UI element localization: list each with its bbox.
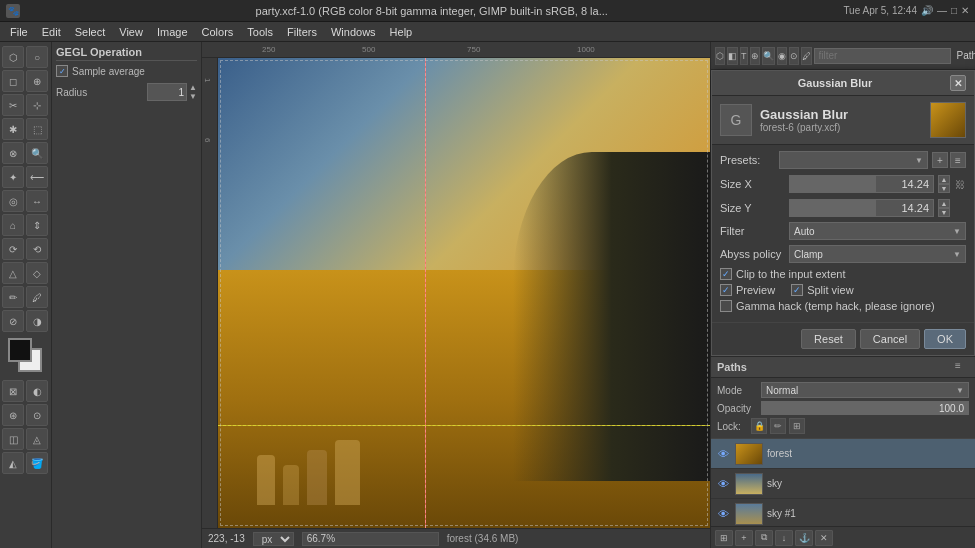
canvas-content[interactable] xyxy=(218,58,710,528)
maximize-btn[interactable]: □ xyxy=(951,5,957,16)
ok-button[interactable]: OK xyxy=(924,329,966,349)
rt-icon-5[interactable]: 🔍 xyxy=(762,47,775,65)
layer-item-sky1[interactable]: 👁 sky #1 xyxy=(711,499,975,526)
delete-layer-btn[interactable]: ✕ xyxy=(815,530,833,546)
tool-warp[interactable]: ◇ xyxy=(26,262,48,284)
tool-paths[interactable]: ⬚ xyxy=(26,118,48,140)
filter-input[interactable] xyxy=(814,48,951,64)
preview-checkbox[interactable] xyxy=(720,284,732,296)
lock-pixels-icon[interactable]: 🔒 xyxy=(751,418,767,434)
layer-item-forest[interactable]: 👁 forest xyxy=(711,439,975,469)
menu-help[interactable]: Help xyxy=(384,24,419,40)
presets-select[interactable]: ▼ xyxy=(779,151,928,169)
size-x-up[interactable]: ▲ xyxy=(938,175,950,184)
tool-bucket-fill[interactable]: 🪣 xyxy=(26,452,48,474)
rt-icon-4[interactable]: ⊕ xyxy=(750,47,760,65)
menu-file[interactable]: File xyxy=(4,24,34,40)
minimize-btn[interactable]: — xyxy=(937,5,947,16)
filter-select[interactable]: Auto ▼ xyxy=(789,222,966,240)
tool-ellipse-select[interactable]: ○ xyxy=(26,46,48,68)
tool-paintbrush[interactable]: 🖊 xyxy=(26,286,48,308)
tool-eraser[interactable]: ⊠ xyxy=(2,380,24,402)
menu-select[interactable]: Select xyxy=(69,24,112,40)
tool-heal[interactable]: ⊛ xyxy=(2,404,24,426)
layer-visibility-sky[interactable]: 👁 xyxy=(715,476,731,492)
tool-zoom[interactable]: 🔍 xyxy=(26,142,48,164)
lock-alpha-icon[interactable]: ⊞ xyxy=(789,418,805,434)
cancel-button[interactable]: Cancel xyxy=(860,329,920,349)
menu-filters[interactable]: Filters xyxy=(281,24,323,40)
tool-scale[interactable]: ⟳ xyxy=(2,238,24,260)
split-view-checkbox[interactable] xyxy=(791,284,803,296)
rt-icon-2[interactable]: ◧ xyxy=(727,47,738,65)
rt-icon-7[interactable]: ⊙ xyxy=(789,47,799,65)
size-x-input[interactable] xyxy=(789,175,934,193)
size-y-spinner[interactable]: ▲ ▼ xyxy=(938,199,950,217)
rt-icon-3[interactable]: T xyxy=(740,47,748,65)
tool-color-picker[interactable]: ⊗ xyxy=(2,142,24,164)
tool-rotate[interactable]: ⇕ xyxy=(26,214,48,236)
tool-dodge-burn[interactable]: ◭ xyxy=(2,452,24,474)
tool-move[interactable]: ⟵ xyxy=(26,166,48,188)
tool-scissors[interactable]: ⊹ xyxy=(26,94,48,116)
dialog-close-button[interactable]: ✕ xyxy=(950,75,966,91)
lock-position-icon[interactable]: ✏ xyxy=(770,418,786,434)
tool-text[interactable]: ✏ xyxy=(2,286,24,308)
tool-rect-select[interactable]: ⬡ xyxy=(2,46,24,68)
menu-edit[interactable]: Edit xyxy=(36,24,67,40)
zoom-input[interactable] xyxy=(302,532,439,546)
rt-icon-6[interactable]: ◉ xyxy=(777,47,787,65)
anchor-layer-btn[interactable]: ⚓ xyxy=(795,530,813,546)
unit-select[interactable]: px xyxy=(253,532,294,546)
rt-icon-1[interactable]: ⬡ xyxy=(715,47,725,65)
layer-visibility-forest[interactable]: 👁 xyxy=(715,446,731,462)
layer-visibility-sky1[interactable]: 👁 xyxy=(715,506,731,522)
preset-add-btn[interactable]: + xyxy=(932,152,948,168)
tool-by-color[interactable]: ✂ xyxy=(2,94,24,116)
size-x-value[interactable] xyxy=(790,178,933,190)
tool-fuzzy-select[interactable]: ⊕ xyxy=(26,70,48,92)
gamma-hack-checkbox[interactable] xyxy=(720,300,732,312)
mode-select[interactable]: Normal ▼ xyxy=(761,382,969,398)
chain-icon[interactable]: ⛓ xyxy=(954,174,966,194)
tool-shear[interactable]: ⟲ xyxy=(26,238,48,260)
clip-input-checkbox[interactable] xyxy=(720,268,732,280)
fg-bg-colors[interactable] xyxy=(8,338,44,374)
tool-free-select[interactable]: ◻ xyxy=(2,70,24,92)
merge-down-btn[interactable]: ↓ xyxy=(775,530,793,546)
tool-perspective-clone[interactable]: ⊙ xyxy=(26,404,48,426)
foreground-color[interactable] xyxy=(8,338,32,362)
menu-colors[interactable]: Colors xyxy=(196,24,240,40)
abyss-select[interactable]: Clamp ▼ xyxy=(789,245,966,263)
tool-align[interactable]: ◎ xyxy=(2,190,24,212)
size-y-down[interactable]: ▼ xyxy=(938,208,950,217)
menu-windows[interactable]: Windows xyxy=(325,24,382,40)
layer-item-sky[interactable]: 👁 sky xyxy=(711,469,975,499)
duplicate-layer-btn[interactable]: ⧉ xyxy=(755,530,773,546)
tool-airbrush[interactable]: ◑ xyxy=(26,310,48,332)
size-y-value[interactable] xyxy=(790,202,933,214)
tool-pencil[interactable]: ⊘ xyxy=(2,310,24,332)
radius-spinner[interactable]: ▲▼ xyxy=(189,83,197,101)
new-layer-btn[interactable]: + xyxy=(735,530,753,546)
radius-input[interactable] xyxy=(147,83,187,101)
tool-crop[interactable]: ⌂ xyxy=(2,214,24,236)
layers-config-icon[interactable]: ≡ xyxy=(955,360,969,374)
menu-image[interactable]: Image xyxy=(151,24,194,40)
menu-tools[interactable]: Tools xyxy=(241,24,279,40)
size-x-down[interactable]: ▼ xyxy=(938,184,950,193)
tool-clone[interactable]: ◐ xyxy=(26,380,48,402)
tool-perspective[interactable]: △ xyxy=(2,262,24,284)
tool-smudge[interactable]: ◬ xyxy=(26,428,48,450)
size-y-input[interactable] xyxy=(789,199,934,217)
tool-blur-sharpen[interactable]: ◫ xyxy=(2,428,24,450)
opacity-bar[interactable]: 100.0 xyxy=(761,401,969,415)
close-btn[interactable]: ✕ xyxy=(961,5,969,16)
tool-transform[interactable]: ↔ xyxy=(26,190,48,212)
new-layer-group-btn[interactable]: ⊞ xyxy=(715,530,733,546)
reset-button[interactable]: Reset xyxy=(801,329,856,349)
menu-view[interactable]: View xyxy=(113,24,149,40)
preset-menu-btn[interactable]: ≡ xyxy=(950,152,966,168)
rt-icon-8[interactable]: 🖊 xyxy=(801,47,812,65)
sample-average-checkbox[interactable]: ✓ xyxy=(56,65,68,77)
